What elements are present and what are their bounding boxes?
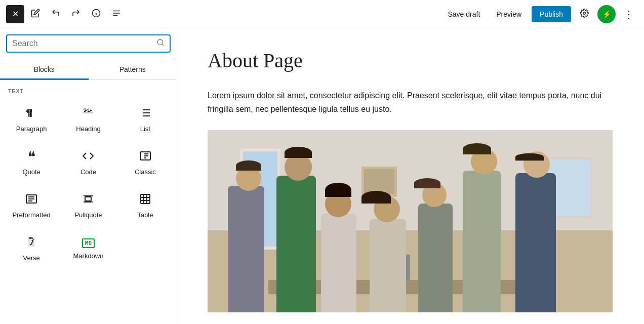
block-label-code: Code — [80, 168, 96, 176]
svg-text:¶: ¶ — [26, 108, 30, 118]
block-label-verse: Verse — [23, 254, 40, 262]
person-4-body — [370, 219, 406, 312]
markdown-icon: MD — [82, 238, 95, 248]
content-area: About Page Lorem ipsum dolor sit amet, c… — [177, 28, 644, 324]
table-icon — [139, 193, 151, 207]
svg-point-29 — [29, 237, 32, 239]
list-icon — [139, 107, 151, 121]
verse-icon — [25, 236, 37, 250]
pen-icon — [31, 9, 40, 20]
close-button[interactable]: ✕ — [6, 5, 24, 23]
save-draft-button[interactable]: Save draft — [441, 7, 486, 21]
info-icon — [92, 9, 101, 20]
sidebar: Blocks Patterns TEXT ¶ Paragraph — [0, 28, 177, 324]
main-area: Blocks Patterns TEXT ¶ Paragraph — [0, 28, 644, 324]
more-options-button[interactable]: ⋮ — [620, 5, 638, 23]
block-item-code[interactable]: Code — [61, 141, 115, 182]
user-avatar-button[interactable]: ⚡ — [597, 5, 616, 23]
block-item-verse[interactable]: Verse — [4, 227, 59, 268]
person-1-hair — [236, 160, 261, 171]
person-7-hair — [515, 153, 544, 160]
block-item-quote[interactable]: ❝ Quote — [4, 141, 59, 182]
block-label-quote: Quote — [22, 168, 40, 176]
list-view-icon — [112, 9, 121, 20]
photo-scene — [208, 130, 613, 312]
block-label-table: Table — [137, 211, 153, 219]
svg-point-7 — [157, 39, 163, 45]
classic-icon — [139, 150, 151, 164]
search-area — [0, 28, 177, 59]
publish-button[interactable]: Publish — [532, 6, 571, 22]
tab-patterns[interactable]: Patterns — [89, 59, 177, 79]
block-label-paragraph: Paragraph — [16, 125, 47, 133]
page-title: About Page — [208, 49, 614, 72]
person-2-hair — [285, 147, 312, 158]
person-1-body — [228, 186, 264, 312]
block-label-pullquote: Pullquote — [74, 211, 102, 219]
page-body-text: Lorem ipsum dolor sit amet, consectetur … — [208, 89, 613, 116]
gear-icon — [580, 9, 589, 20]
block-item-list[interactable]: List — [118, 98, 173, 139]
close-icon: ✕ — [12, 9, 19, 19]
pullquote-icon — [82, 193, 94, 207]
person-3-hair — [325, 183, 351, 197]
block-label-list: List — [140, 125, 150, 133]
toolbar-right-actions: Save draft Preview Publish ⚡ ⋮ — [441, 5, 638, 23]
more-icon: ⋮ — [624, 8, 634, 20]
svg-rect-24 — [141, 194, 150, 204]
svg-line-8 — [162, 44, 164, 46]
person-6-hair — [463, 143, 491, 154]
block-item-pullquote[interactable]: Pullquote — [61, 184, 115, 225]
preformatted-icon — [25, 193, 37, 207]
person-6-body — [463, 171, 501, 312]
person-7-body — [515, 173, 556, 312]
undo-icon — [51, 9, 60, 20]
page-image — [208, 130, 613, 312]
block-item-table[interactable]: Table — [118, 184, 173, 225]
lightning-icon: ⚡ — [602, 10, 611, 18]
svg-point-6 — [583, 12, 586, 14]
blocks-content: TEXT ¶ Paragraph — [0, 80, 177, 324]
person-3-body — [321, 214, 356, 312]
block-item-classic[interactable]: Classic — [118, 141, 173, 182]
code-icon — [82, 150, 94, 164]
block-label-markdown: Markdown — [73, 252, 104, 260]
quote-icon: ❝ — [28, 150, 35, 164]
person-4-hair — [361, 191, 391, 204]
block-label-preformatted: Preformatted — [13, 211, 51, 219]
edit-button[interactable] — [26, 5, 45, 23]
block-label-classic: Classic — [135, 168, 156, 176]
toolbar-left-actions: ✕ — [6, 5, 126, 23]
toolbar: ✕ — [0, 0, 644, 28]
search-icon — [156, 38, 165, 49]
block-item-heading[interactable]: Heading — [61, 98, 115, 139]
blocks-grid: ¶ Paragraph Heading — [4, 96, 173, 270]
preview-button[interactable]: Preview — [490, 7, 528, 21]
tab-blocks[interactable]: Blocks — [0, 59, 89, 79]
search-input[interactable] — [12, 39, 152, 48]
paragraph-icon: ¶ — [25, 107, 37, 121]
redo-icon — [71, 9, 80, 20]
heading-icon — [82, 107, 94, 121]
person-5-hair — [414, 178, 440, 188]
settings-button[interactable] — [575, 5, 593, 23]
block-item-markdown[interactable]: MD Markdown — [61, 227, 115, 268]
info-button[interactable] — [87, 5, 105, 23]
person-2-body — [276, 176, 316, 312]
block-item-preformatted[interactable]: Preformatted — [4, 184, 59, 225]
redo-button[interactable] — [67, 5, 85, 23]
person-5-body — [418, 204, 453, 312]
svg-rect-23 — [85, 197, 91, 201]
tabs: Blocks Patterns — [0, 59, 177, 80]
list-view-button[interactable] — [107, 5, 126, 23]
search-wrapper — [6, 34, 171, 53]
block-label-heading: Heading — [76, 125, 100, 133]
undo-button[interactable] — [47, 5, 65, 23]
section-label-text: TEXT — [4, 84, 173, 96]
block-item-paragraph[interactable]: ¶ Paragraph — [4, 98, 59, 139]
persons-group — [208, 130, 613, 312]
